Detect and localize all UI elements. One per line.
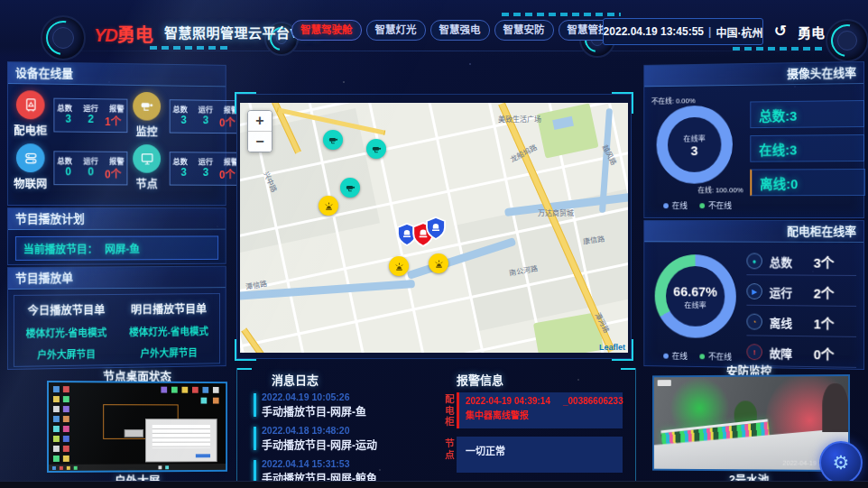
stat-total: 0 [57,165,79,180]
nav-tabs: 智慧驾驶舱 智慧灯光 智慧强电 智慧安防 智慧管控 [291,20,618,41]
stat-alarm: 1个 [102,113,124,128]
alarm-device-id: _00386606233 [563,396,623,406]
tab-smart-security[interactable]: 智慧安防 [494,20,554,41]
stat-header-total: 总数 [57,101,72,112]
map-attribution[interactable]: Leaflet [599,343,625,352]
row-value: 0个 [814,344,835,363]
alarm-side-label: 配电柜 [443,394,457,428]
today-playlist-button[interactable]: 今日播放节目单 [14,300,118,318]
log-entry: 2022.04.14 15:31:53 手动播放节目-网屏-鲸鱼 [254,458,430,483]
left-column: 设备在线量 配电柜 总数 运行 报警 [7,61,225,368]
zoom-in-button[interactable]: + [248,111,272,131]
zoom-out-button[interactable]: − [248,131,272,152]
map-marker-light[interactable] [389,256,409,276]
alarm-info-title: 报警信息 [435,368,635,392]
playlist-title: 节目播放单 [8,267,226,290]
stat-header-total: 总数 [173,155,188,166]
device-card-monitor: 监控 总数 运行 报警 3 3 0个 [127,92,241,140]
device-card-iot: 物联网 总数 运行 报警 0 0 0个 [11,143,127,191]
map-marker-light[interactable] [429,253,448,273]
device-stats: 总数 运行 报警 3 3 0个 [170,152,242,186]
camera-stat-online: 在线:3 [750,134,864,162]
run-icon: ▶ [746,283,762,299]
device-grid: 配电柜 总数 运行 报警 3 2 1个 [8,84,226,192]
datetime-separator: | [708,25,711,38]
current-program-label: 当前播放节目： [23,241,98,256]
log-text: 手动播放节目-网屏-鱼 [262,403,430,419]
camera-stat-total: 总数:3 [750,100,864,128]
desktop-screenshot[interactable] [47,381,227,473]
stat-header-alarm: 报警 [109,154,125,165]
log-date: 2022.04.18 19:48:20 [262,425,430,436]
device-card-cabinet: 配电柜 总数 运行 报警 3 2 1个 [11,90,127,139]
cabinet-icon [16,90,45,119]
alarm-message: 集中器离线警报 [466,408,616,421]
legend-offline: 不在线 [699,350,732,362]
tab-smart-power[interactable]: 智慧强电 [430,20,490,41]
log-entry: 2022.04.19 10:05:26 手动播放节目-网屏-鱼 [254,391,430,419]
stat-total: 3 [173,113,195,128]
stat-alarm: 0个 [102,165,124,180]
device-name: 节点 [127,175,165,192]
map-marker-camera[interactable] [366,139,386,159]
header-knob-decoration [41,15,86,60]
current-program-value: 网屏-鱼 [105,241,140,256]
cabinet-donut-center: 66.67% 在线率 [666,266,725,327]
alarm-group-cabinet: 配电柜 2022-04-19 04:39:14 _00386606233 集中器… [457,392,623,428]
map-marker-camera[interactable] [340,178,360,198]
dash-decoration [502,13,621,16]
map-marker-shield-blue[interactable] [425,216,447,244]
alarm-info-panel: 报警信息 配电柜 2022-04-19 04:39:14 _0038660623… [435,368,636,483]
log-date: 2022.04.14 15:31:53 [262,458,430,469]
row-value: 2个 [814,282,835,301]
camera-online-title: 摄像头在线率 [644,62,863,87]
device-stats: 总数 运行 报警 0 0 0个 [53,151,127,185]
playlist-item: 楼体灯光-省电模式 [118,323,219,338]
node-icon [133,144,161,173]
playlist-panel: 节目播放单 今日播放节目单 楼体灯光-省电模式 户外大屏节目 明日播放节目单 楼… [7,266,226,370]
desktop-icons [213,387,219,393]
row-value: 3个 [814,252,835,271]
stat-header-alarm: 报警 [109,102,125,113]
playlist-item: 户外大屏节目 [14,345,118,362]
camera-donut-center: 在线率 3 [668,117,721,172]
playlist-item: 户外大屏节目 [118,345,219,360]
stat-header-run: 运行 [83,102,98,113]
tab-smart-cockpit[interactable]: 智慧驾驶舱 [291,20,362,41]
legend-online: 在线 [663,350,688,362]
playlist-box: 今日播放节目单 楼体灯光-省电模式 户外大屏节目 明日播放节目单 楼体灯光-省电… [14,293,220,367]
datetime-text: 2022.04.19 13:45:55 [604,25,704,38]
cabinet-center-value: 66.67% [673,283,717,299]
stat-header-run: 运行 [199,103,213,114]
bottom-strip [0,481,868,488]
map-marker-camera[interactable] [323,130,343,150]
dashboard: YD勇电 智慧照明管理云平台V5.0 智慧驾驶舱 智慧灯光 智慧强电 智慧安防 … [0,0,868,488]
tab-smart-lighting[interactable]: 智慧灯光 [366,20,426,41]
stat-run: 3 [195,166,217,181]
person-silhouette [822,383,848,432]
stat-alarm: 0个 [217,114,238,129]
back-icon[interactable]: ↺ [774,22,787,41]
message-log-panel: 消息日志 2022.04.19 10:05:26 手动播放节目-网屏-鱼 202… [236,368,430,483]
location-text: 中国·杭州 [716,24,762,40]
cabinet-online-panel: 配电柜在线率 66.67% 在线率 在线 不在线 ● 总数 3个 ▶ 运行 2个 [643,220,864,370]
camera-offline-pct-label: 不在线: 0.00% [651,95,696,105]
settings-gear-button[interactable]: ⚙ [819,441,863,484]
device-name: 物联网 [11,174,51,191]
dash-decoration [733,47,823,51]
desktop-dialog [145,419,217,462]
user-name[interactable]: 勇电 [798,23,825,41]
cabinet-row-offline: ◔ 离线 1个 [746,308,856,337]
camera-center-value: 3 [691,143,698,158]
header-bar: YD勇电 智慧照明管理云平台V5.0 智慧驾驶舱 智慧灯光 智慧强电 智慧安防 … [0,0,868,58]
leaflet-map[interactable]: 美致生活广场龙船坞路越风路万达商贸城康信路南公河路潭河路兴中路潭信路 + − L… [240,103,628,353]
map-marker-light[interactable] [319,196,338,216]
datetime-location: 2022.04.19 13:45:55 | 中国·杭州 [603,18,763,45]
legend-online: 在线 [663,199,688,211]
log-text: 手动播放节目-网屏-运动 [262,437,430,452]
tomorrow-playlist-button[interactable]: 明日播放节目单 [118,299,219,318]
alarm-box: 2022-04-19 04:39:14 _00386606233 集中器离线警报 [457,392,623,428]
cabinet-legend: 在线 不在线 [663,350,732,363]
camera-donut-chart: 在线率 3 不在线: 0.00% 在线: 100.00% [657,106,733,184]
device-name: 配电柜 [11,121,51,138]
